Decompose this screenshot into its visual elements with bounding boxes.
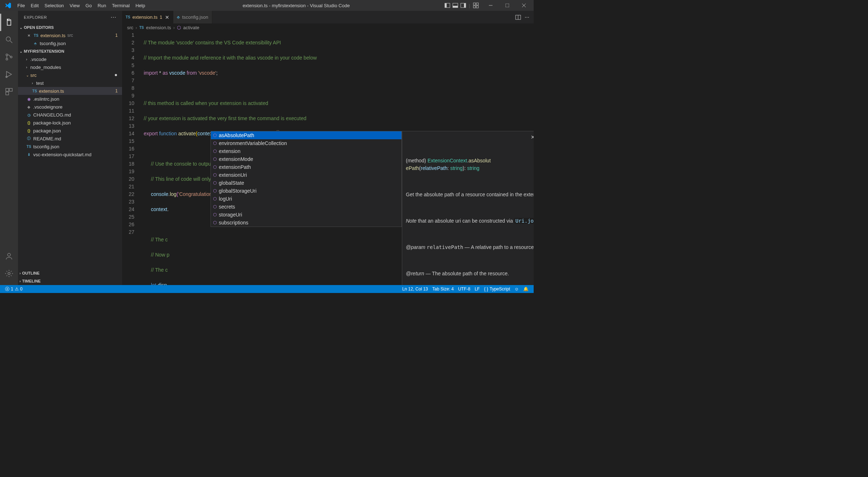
menu-go[interactable]: Go	[83, 1, 95, 10]
suggest-item[interactable]: ⬡logUri	[211, 195, 402, 203]
suggest-item[interactable]: ⬡globalStorageUri	[211, 187, 402, 195]
file-item[interactable]: TStsconfig.json	[18, 143, 122, 150]
menu-help[interactable]: Help	[133, 1, 148, 10]
tab-tsconfig[interactable]: ⬘ tsconfig.json	[173, 11, 212, 23]
cube-icon: ⬡	[213, 219, 217, 227]
close-icon[interactable]: ✕	[531, 134, 534, 141]
file-item[interactable]: ⓘREADME.md	[18, 135, 122, 143]
file-item[interactable]: ◆.vscodeignore	[18, 103, 122, 111]
open-editor-item[interactable]: ⬘ tsconfig.json	[18, 39, 122, 47]
svg-rect-21	[9, 88, 12, 91]
file-item[interactable]: ◉.eslintrc.json	[18, 95, 122, 103]
folder-item[interactable]: ›node_modules	[18, 63, 122, 71]
menu-selection[interactable]: Selection	[42, 1, 66, 10]
svg-rect-6	[473, 3, 476, 5]
eol[interactable]: LF	[473, 286, 482, 292]
warning-icon: ⚠	[15, 286, 19, 292]
project-section[interactable]: ⌄MYFIRSTEXTENSION	[18, 47, 122, 55]
cube-icon: ⬡	[213, 163, 217, 171]
activity-extensions[interactable]	[0, 83, 18, 100]
cube-icon: ⬡	[213, 179, 217, 187]
tab-extension-ts[interactable]: TS extension.ts 1 ✕	[122, 11, 173, 23]
svg-rect-8	[473, 6, 476, 8]
status-bar: ⓧ1⚠0 Ln 12, Col 13 Tab Size: 4 UTF-8 LF …	[0, 285, 534, 293]
cursor-position[interactable]: Ln 12, Col 13	[400, 286, 430, 292]
panel-left-icon[interactable]	[444, 3, 450, 8]
split-editor-icon[interactable]	[515, 14, 521, 20]
activity-explorer[interactable]	[0, 14, 18, 31]
language-mode[interactable]: { }TypeScript	[482, 286, 512, 292]
minimize-button[interactable]	[482, 0, 499, 11]
ts-icon: TS	[139, 26, 144, 30]
file-icon: TS	[32, 88, 38, 94]
svg-rect-3	[453, 6, 458, 8]
svg-point-17	[6, 58, 8, 60]
activity-search[interactable]	[0, 31, 18, 48]
open-editor-item[interactable]: ✕ TS extension.ts src 1	[18, 31, 122, 39]
outline-section[interactable]: ›OUTLINE	[18, 269, 122, 277]
menu-run[interactable]: Run	[95, 1, 109, 10]
suggest-item[interactable]: ⬡extensionMode	[211, 155, 402, 163]
layout-controls: |	[444, 3, 479, 8]
cube-icon: ⬡	[213, 140, 217, 147]
file-item[interactable]: {}package-lock.json	[18, 119, 122, 127]
file-item[interactable]: ◷CHANGELOG.md	[18, 111, 122, 119]
panel-right-icon[interactable]	[460, 3, 466, 8]
layout-customize-icon[interactable]	[473, 3, 479, 8]
ts-icon: ⬘	[177, 15, 180, 19]
errors-count[interactable]: ⓧ1⚠0	[3, 286, 25, 292]
svg-point-24	[8, 272, 10, 275]
intellisense-suggest[interactable]: ⬡asAbsolutePath⬡environmentVariableColle…	[211, 131, 402, 227]
code-editor[interactable]: 1234567891011121314151617181920212223242…	[122, 31, 534, 285]
cube-icon: ⬡	[213, 211, 217, 219]
suggest-item[interactable]: ⬡globalState	[211, 179, 402, 187]
file-icon: TS	[26, 144, 32, 149]
feedback-icon[interactable]: ☺	[512, 286, 521, 292]
close-button[interactable]	[516, 0, 532, 11]
breadcrumb[interactable]: src› TS extension.ts› ⬡ activate	[122, 23, 534, 31]
menu-view[interactable]: View	[67, 1, 83, 10]
svg-point-16	[6, 54, 8, 56]
svg-rect-9	[476, 6, 478, 8]
file-icon: ⬇	[26, 152, 32, 157]
suggest-item[interactable]: ⬡extensionPath	[211, 163, 402, 171]
suggest-item[interactable]: ⬡extensionUri	[211, 171, 402, 179]
cube-icon: ⬡	[213, 187, 217, 195]
encoding[interactable]: UTF-8	[456, 286, 473, 292]
folder-item[interactable]: ›.vscode	[18, 55, 122, 63]
file-item[interactable]: ⬇vsc-extension-quickstart.md	[18, 150, 122, 158]
suggest-item[interactable]: ⬡asAbsolutePath	[211, 131, 402, 139]
activity-settings[interactable]	[0, 265, 18, 282]
folder-item[interactable]: ›test	[18, 79, 122, 87]
close-icon[interactable]: ✕	[165, 14, 169, 20]
panel-bottom-icon[interactable]	[452, 3, 458, 8]
file-icon: ◉	[26, 96, 32, 102]
suggest-item[interactable]: ⬡secrets	[211, 203, 402, 211]
maximize-button[interactable]	[499, 0, 516, 11]
suggest-item[interactable]: ⬡subscriptions	[211, 219, 402, 227]
explorer-more-icon[interactable]: ⋯	[110, 14, 117, 21]
svg-rect-1	[445, 3, 447, 8]
menu-terminal[interactable]: Terminal	[109, 1, 133, 10]
menu-edit[interactable]: Edit	[28, 1, 42, 10]
suggest-item[interactable]: ⬡extension	[211, 147, 402, 155]
tab-size[interactable]: Tab Size: 4	[430, 286, 456, 292]
cube-icon: ⬡	[213, 195, 217, 203]
menu-file[interactable]: File	[14, 1, 28, 10]
more-actions-icon[interactable]: ⋯	[525, 14, 529, 20]
file-item[interactable]: {}package.json	[18, 127, 122, 135]
braces-icon: { }	[484, 286, 488, 292]
timeline-section[interactable]: ›TIMELINE	[18, 277, 122, 285]
suggest-item[interactable]: ⬡environmentVariableCollection	[211, 139, 402, 147]
file-item[interactable]: TSextension.ts1	[18, 87, 122, 95]
suggest-item[interactable]: ⬡storageUri	[211, 211, 402, 219]
open-editors-section[interactable]: ⌄OPEN EDITORS	[18, 23, 122, 31]
svg-rect-5	[464, 3, 466, 8]
activity-scm[interactable]	[0, 48, 18, 66]
notifications-icon[interactable]: 🔔	[521, 286, 531, 292]
folder-item[interactable]: ⌄src	[18, 71, 122, 79]
close-icon[interactable]: ✕	[26, 32, 32, 38]
activity-debug[interactable]	[0, 66, 18, 83]
activity-account[interactable]	[0, 248, 18, 265]
cube-icon: ⬡	[177, 25, 181, 30]
